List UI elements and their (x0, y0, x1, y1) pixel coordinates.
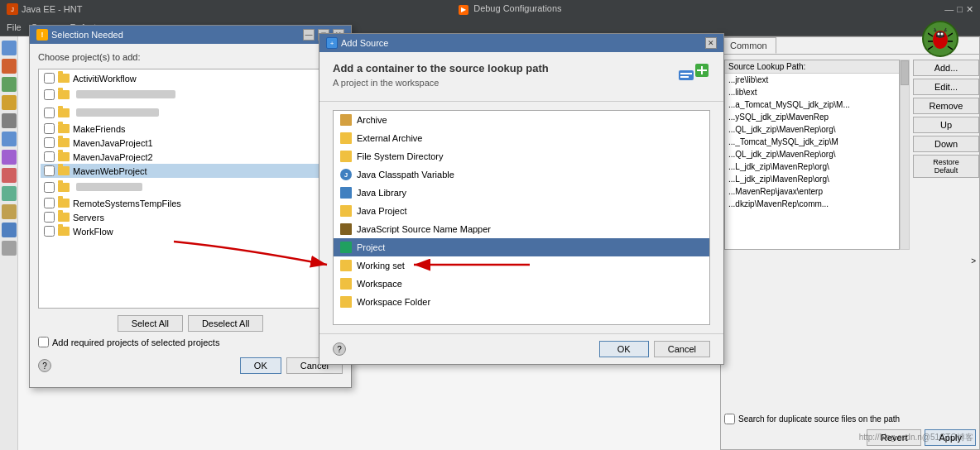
addsource-item-java-project[interactable]: Java Project (334, 202, 709, 220)
folder-icon-mavenjavaproject2 (58, 152, 70, 161)
source-entry-2[interactable]: ...a_Tomcat_MySQL_jdk_zip\M... (725, 98, 899, 111)
source-entry-6[interactable]: ...QL_jdk_zip\MavenRep\org\ (725, 148, 899, 160)
source-entry-7[interactable]: ...L_jdk_zip\MavenRep\org\ (725, 160, 899, 173)
project-item-mavenwebproject[interactable]: MavenWebProject (41, 164, 330, 178)
source-entry-1[interactable]: ...lib\ext (725, 86, 899, 98)
project-checkbox-blurred2[interactable] (44, 108, 55, 118)
selection-dialog-icon: ! (36, 29, 48, 41)
project-item-blurred3[interactable] (41, 178, 330, 196)
deselect-all-button[interactable]: Deselect All (188, 315, 263, 332)
watermark: http://blog.csdn.n@51CTO博客 (859, 432, 973, 443)
project-checkbox-mavenjavaproject1[interactable] (44, 137, 55, 148)
addsource-close-btn[interactable]: ✕ (705, 37, 717, 49)
add-button[interactable]: Add... (913, 60, 979, 76)
selection-dialog-bottom: ? OK Cancel (38, 352, 343, 379)
sidebar-icon-11[interactable] (2, 223, 17, 237)
source-scroll-thumb[interactable] (901, 60, 909, 85)
project-checkbox-blurred1[interactable] (44, 89, 55, 100)
addsource-items-list[interactable]: Archive External Archive File System Dir… (333, 110, 710, 325)
sidebar-icon-7[interactable] (2, 150, 17, 165)
source-entry-5[interactable]: ..._Tomcat_MySQL_jdk_zip\M (725, 136, 899, 148)
menu-file[interactable]: File (7, 22, 22, 32)
sidebar-icon-8[interactable] (2, 168, 17, 183)
addsource-heading: Add a container to the source lookup pat… (333, 62, 549, 74)
project-checkbox-blurred3[interactable] (44, 182, 55, 193)
tab-common[interactable]: Common (721, 37, 776, 54)
window-close-btn[interactable]: ✕ (966, 4, 973, 15)
search-duplicate-label: Search for duplicate source files on the… (738, 414, 900, 424)
project-checkbox-servers[interactable] (44, 212, 55, 223)
add-required-label: Add required projects of selected projec… (52, 338, 219, 347)
project-icon (340, 242, 352, 253)
edit-button[interactable]: Edit... (913, 79, 979, 95)
addsource-item-javascript-source-name-mapper[interactable]: JavaScript Source Name Mapper (334, 220, 709, 238)
addsource-item-working-set[interactable]: Working set (334, 256, 709, 275)
add-required-checkbox[interactable] (38, 337, 49, 347)
project-checkbox-remotesystems[interactable] (44, 198, 55, 208)
project-checkbox-mavenwebproject[interactable] (44, 165, 55, 176)
source-list-scrollbar[interactable] (900, 60, 910, 250)
select-all-button[interactable]: Select All (118, 315, 183, 332)
selection-help-icon[interactable]: ? (38, 359, 51, 372)
project-item-mavenjavaproject1[interactable]: MavenJavaProject1 (41, 136, 330, 150)
addsource-item-java-library[interactable]: Java Library (334, 184, 709, 202)
blurred-label-1 (76, 90, 175, 98)
sidebar-icon-3[interactable] (2, 77, 17, 92)
addsource-item-java-classpath-variable[interactable]: J Java Classpath Variable (334, 165, 709, 184)
project-checkbox-workflow[interactable] (44, 226, 55, 237)
project-checkbox-makefriends[interactable] (44, 123, 55, 134)
addsource-item-archive[interactable]: Archive (334, 111, 709, 129)
source-entry-0[interactable]: ...jre\lib\ext (725, 74, 899, 86)
addsource-help-icon[interactable]: ? (333, 342, 346, 356)
window-maximize-btn[interactable]: □ (957, 4, 963, 14)
addsource-item-project[interactable]: Project (334, 238, 709, 256)
project-checkbox-mavenjavaproject2[interactable] (44, 151, 55, 162)
sidebar-icon-2[interactable] (2, 59, 17, 74)
remove-button[interactable]: Remove (913, 98, 979, 114)
sidebar-icon-5[interactable] (2, 113, 17, 128)
source-entry-8[interactable]: ...L_jdk_zip\MavenRep\org\ (725, 173, 899, 185)
project-label-activitiworkflow: ActivitiWorkflow (73, 74, 137, 84)
source-lookup-list[interactable]: Source Lookup Path: ...jre\lib\ext ...li… (724, 60, 900, 250)
addsource-label-project: Project (357, 242, 385, 252)
project-checkbox-activitiworkflow[interactable] (44, 73, 55, 84)
add-source-dialog: + Add Source ✕ Add a container to the so… (319, 33, 724, 365)
project-item-workflow[interactable]: WorkFlow (41, 224, 330, 238)
project-item-activitiworkflow[interactable]: ActivitiWorkflow (41, 71, 330, 85)
source-entry-3[interactable]: ...ySQL_jdk_zip\MavenRep (725, 111, 899, 123)
up-button[interactable]: Up (913, 117, 979, 133)
project-item-mavenjavaproject2[interactable]: MavenJavaProject2 (41, 150, 330, 164)
selection-minimize-btn[interactable]: — (303, 29, 315, 41)
project-item-servers[interactable]: Servers (41, 210, 330, 224)
addsource-cancel-button[interactable]: Cancel (654, 341, 710, 357)
source-entry-4[interactable]: ...QL_jdk_zip\MavenRep\org\ (725, 123, 899, 136)
addsource-title-left: + Add Source (326, 37, 388, 49)
selection-ok-button[interactable]: OK (240, 357, 281, 374)
addsource-ok-button[interactable]: OK (599, 341, 649, 357)
sidebar-icon-1[interactable] (2, 41, 17, 55)
search-duplicate-checkbox[interactable] (724, 414, 735, 424)
addsource-item-external-archive[interactable]: External Archive (334, 129, 709, 147)
restore-default-button[interactable]: Restore Default (913, 155, 979, 178)
sidebar-icon-9[interactable] (2, 186, 17, 201)
source-entry-10[interactable]: ...dkzip\MavenRep\comm... (725, 198, 899, 210)
blurred-label-3 (76, 183, 142, 191)
project-item-makefriends[interactable]: MakeFriends (41, 122, 330, 136)
addsource-item-file-system-directory[interactable]: File System Directory (334, 147, 709, 165)
addsource-label-external-archive: External Archive (357, 133, 422, 143)
project-list[interactable]: ActivitiWorkflow Make (38, 69, 333, 309)
project-item-blurred1[interactable] (41, 85, 330, 103)
addsource-item-workspace-folder[interactable]: Workspace Folder (334, 293, 709, 311)
window-minimize-btn[interactable]: — (944, 4, 954, 14)
sidebar-icon-6[interactable] (2, 132, 17, 146)
sidebar-icon-12[interactable] (2, 241, 17, 256)
down-button[interactable]: Down (913, 136, 979, 152)
addsource-item-workspace[interactable]: Workspace (334, 275, 709, 293)
addsource-label-java-library: Java Library (357, 188, 406, 198)
addsource-label-java-classpath-variable: Java Classpath Variable (357, 170, 454, 180)
sidebar-icon-10[interactable] (2, 204, 17, 219)
project-item-blurred2[interactable] (41, 103, 330, 122)
sidebar-icon-4[interactable] (2, 95, 17, 110)
project-item-remotesystems[interactable]: RemoteSystemsTempFiles (41, 196, 330, 210)
source-entry-9[interactable]: ...MavenRep\javax\enterp (725, 185, 899, 198)
